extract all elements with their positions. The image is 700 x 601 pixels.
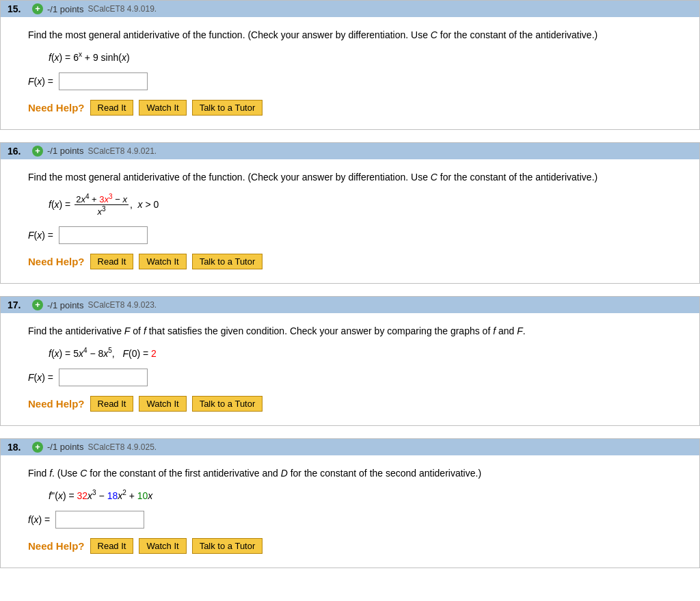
problem-16-need-help-row: Need Help? Read It Watch It Talk to a Tu…	[28, 254, 686, 269]
problem-15: 15. + -/1 points SCalcET8 4.9.019. Find …	[0, 0, 700, 130]
problem-18: 18. + -/1 points SCalcET8 4.9.025. Find …	[0, 438, 700, 568]
plus-icon-18: +	[32, 442, 43, 453]
problem-18-talk-tutor-button[interactable]: Talk to a Tutor	[192, 538, 263, 554]
problem-15-points: -/1 points	[47, 4, 83, 14]
problem-18-formula: f''(x) = 32x3 − 18x2 + 10x	[49, 489, 686, 501]
problem-16-formula: f(x) = 2x4 + 3x3 − x x3 , x > 0	[49, 193, 686, 217]
problem-15-body: Find the most general antiderivative of …	[1, 17, 699, 129]
problem-16-fx-row: F(x) =	[28, 226, 686, 244]
problem-17: 17. + -/1 points SCalcET8 4.9.023. Find …	[0, 296, 700, 426]
problem-18-need-help-label: Need Help?	[28, 540, 85, 552]
problem-17-instruction: Find the antiderivative F of f that sati…	[28, 324, 686, 338]
problem-18-watch-it-button[interactable]: Watch It	[139, 538, 186, 554]
problem-18-header: 18. + -/1 points SCalcET8 4.9.025.	[1, 439, 699, 455]
problem-17-body: Find the antiderivative F of f that sati…	[1, 313, 699, 425]
problem-17-need-help-label: Need Help?	[28, 398, 85, 410]
problem-15-talk-tutor-button[interactable]: Talk to a Tutor	[192, 100, 263, 116]
problem-15-source: SCalcET8 4.9.019.	[88, 4, 157, 14]
problem-15-read-it-button[interactable]: Read It	[90, 100, 134, 116]
problem-16-points: -/1 points	[47, 146, 83, 156]
problem-15-header: 15. + -/1 points SCalcET8 4.9.019.	[1, 1, 699, 17]
problem-15-watch-it-button[interactable]: Watch It	[139, 100, 186, 116]
problem-18-instruction: Find f. (Use C for the constant of the f…	[28, 466, 686, 481]
problem-16-need-help-label: Need Help?	[28, 256, 85, 267]
problem-17-header: 17. + -/1 points SCalcET8 4.9.023.	[1, 297, 699, 313]
problem-15-fx-label: F(x) =	[28, 76, 53, 87]
problem-16: 16. + -/1 points SCalcET8 4.9.021. Find …	[0, 142, 700, 284]
plus-icon-15: +	[32, 3, 43, 14]
plus-icon-17: +	[32, 299, 43, 310]
problem-17-fx-row: F(x) =	[28, 369, 686, 386]
problem-16-header: 16. + -/1 points SCalcET8 4.9.021.	[1, 143, 699, 159]
problem-15-answer-input[interactable]	[59, 72, 148, 90]
problem-18-fx-label: f(x) =	[28, 514, 50, 525]
problem-18-number: 18.	[8, 442, 28, 453]
problem-17-source: SCalcET8 4.9.023.	[88, 300, 157, 310]
problem-18-need-help-row: Need Help? Read It Watch It Talk to a Tu…	[28, 538, 686, 554]
problem-17-fx-label: F(x) =	[28, 372, 53, 383]
problem-16-fx-label: F(x) =	[28, 230, 53, 241]
problem-15-need-help-row: Need Help? Read It Watch It Talk to a Tu…	[28, 100, 686, 116]
problem-18-body: Find f. (Use C for the constant of the f…	[1, 455, 699, 567]
problem-16-body: Find the most general antiderivative of …	[1, 159, 699, 284]
problem-17-answer-input[interactable]	[59, 369, 148, 386]
problem-16-instruction: Find the most general antiderivative of …	[28, 170, 686, 185]
problem-17-need-help-row: Need Help? Read It Watch It Talk to a Tu…	[28, 396, 686, 412]
problem-18-answer-input[interactable]	[55, 511, 144, 529]
problem-15-need-help-label: Need Help?	[28, 102, 85, 113]
plus-icon-16: +	[32, 146, 43, 157]
problem-16-talk-tutor-button[interactable]: Talk to a Tutor	[192, 254, 263, 269]
problem-18-read-it-button[interactable]: Read It	[90, 538, 134, 554]
problem-16-source: SCalcET8 4.9.021.	[88, 146, 157, 156]
problem-15-number: 15.	[8, 3, 28, 14]
problem-18-source: SCalcET8 4.9.025.	[88, 442, 157, 452]
problem-15-formula: f(x) = 6x + 9 sinh(x)	[49, 51, 686, 63]
problem-16-number: 16.	[8, 146, 28, 157]
problem-15-instruction: Find the most general antiderivative of …	[28, 28, 686, 42]
problem-17-talk-tutor-button[interactable]: Talk to a Tutor	[192, 396, 263, 412]
problem-17-formula: f(x) = 5x4 − 8x5, F(0) = 2	[49, 347, 686, 359]
problem-18-fx-row: f(x) =	[28, 511, 686, 529]
problem-18-points: -/1 points	[47, 442, 83, 452]
problem-17-number: 17.	[8, 299, 28, 310]
problem-17-watch-it-button[interactable]: Watch It	[139, 396, 186, 412]
problem-17-points: -/1 points	[47, 300, 83, 310]
problem-16-watch-it-button[interactable]: Watch It	[139, 254, 186, 269]
problem-16-answer-input[interactable]	[59, 226, 148, 244]
problem-16-read-it-button[interactable]: Read It	[90, 254, 134, 269]
problem-15-fx-row: F(x) =	[28, 72, 686, 90]
problem-17-read-it-button[interactable]: Read It	[90, 396, 134, 412]
